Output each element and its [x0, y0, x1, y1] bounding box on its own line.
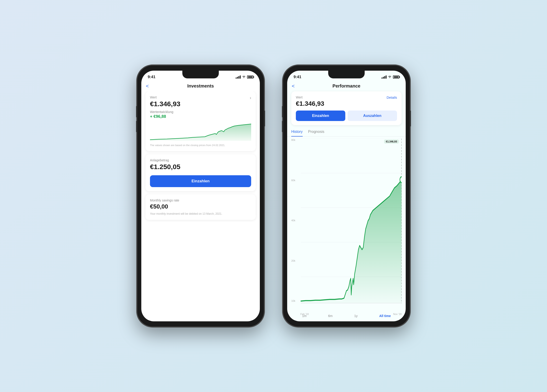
phone-1: 9:41 < Investments Wert [137, 65, 264, 327]
notch-1 [182, 71, 219, 78]
phone-2-screen: 9:41 < Performance Wert [287, 71, 406, 321]
savings-description: Your monthly investment will be debited … [150, 212, 251, 216]
back-button-1[interactable]: < [146, 83, 149, 89]
page-title-2: Performance [333, 83, 360, 89]
einzahlen-button-1[interactable]: Einzahlen [150, 175, 251, 187]
wifi-icon-2 [388, 75, 392, 79]
volume-down-button-2[interactable] [282, 121, 283, 132]
details-link[interactable]: Details [387, 96, 397, 99]
x-axis-labels: Feb '18 Nov '20 [301, 312, 402, 316]
wert-label-1: Wert [150, 96, 251, 99]
power-button[interactable] [264, 110, 265, 126]
anlagebetrag-value: €1.250,05 [150, 163, 251, 171]
growth-value: + €96,88 [150, 114, 251, 119]
x-label-nov20: Nov '20 [393, 313, 402, 316]
perf-buttons: Einzahlen Auszahlen [296, 110, 397, 121]
x-label-feb18: Feb '18 [301, 313, 309, 316]
status-icons-1 [236, 75, 253, 79]
einzahlen-button-2[interactable]: Einzahlen [296, 110, 345, 121]
investments-value-card: Wert €1.346,93 › Wertentwicklung + €96,8… [145, 91, 256, 151]
volume-up-button[interactable] [136, 106, 137, 117]
wert-value-1: €1.346,93 [150, 100, 251, 108]
anlagebetrag-card: Anlagebetrag €1.250,05 Einzahlen [145, 154, 256, 191]
battery-icon-1 [247, 76, 253, 79]
savings-label: Monthly savings rate [150, 199, 251, 202]
signal-icon-1 [236, 76, 241, 79]
mini-chart-svg [150, 123, 251, 141]
phone-2: 9:41 < Performance Wert [283, 65, 410, 327]
signal-icon-2 [382, 76, 387, 79]
content-1: Wert €1.346,93 › Wertentwicklung + €96,8… [141, 91, 260, 321]
status-time-1: 9:41 [148, 75, 155, 79]
phone-1-screen: 9:41 < Investments Wert [141, 71, 260, 321]
status-icons-2 [382, 75, 399, 79]
nav-header-1: < Investments [141, 82, 260, 91]
wifi-icon-1 [242, 75, 246, 79]
performance-chart-svg [291, 138, 402, 311]
tab-history[interactable]: History [291, 130, 303, 137]
notch-2 [328, 71, 365, 78]
savings-value: €50,00 [150, 203, 251, 210]
volume-down-button[interactable] [136, 121, 137, 132]
chart-container: 80k 60k 40k 20k 10k €1.346,93 [287, 137, 406, 311]
savings-card: Monthly savings rate €50,00 Your monthly… [145, 194, 256, 220]
wertentwicklung-label: Wertentwicklung [150, 110, 251, 114]
battery-icon-2 [393, 76, 399, 79]
page-title-1: Investments [187, 83, 214, 89]
history-tabs: History Prognosis [287, 126, 406, 137]
nav-header-2: < Performance [287, 82, 406, 91]
arrow-icon-1[interactable]: › [250, 96, 251, 100]
chart-disclaimer: The values shown are based on the closin… [150, 144, 251, 147]
svg-point-7 [400, 177, 402, 183]
back-button-2[interactable]: < [292, 83, 295, 89]
power-button-2[interactable] [410, 110, 411, 126]
status-time-2: 9:41 [294, 75, 301, 79]
performance-card: Wert €1.346,93 Details Einzahlen Auszahl… [291, 91, 402, 125]
tab-prognosis[interactable]: Prognosis [308, 130, 324, 137]
perf-card-header: Wert €1.346,93 Details [296, 96, 397, 107]
perf-wert-value: €1.346,93 [296, 100, 324, 107]
volume-up-button-2[interactable] [282, 106, 283, 117]
perf-wert-label: Wert [296, 96, 324, 99]
chart-tooltip: €1.346,93 [384, 139, 399, 144]
auszahlen-button[interactable]: Auszahlen [348, 110, 397, 121]
anlagebetrag-label: Anlagebetrag [150, 158, 251, 162]
